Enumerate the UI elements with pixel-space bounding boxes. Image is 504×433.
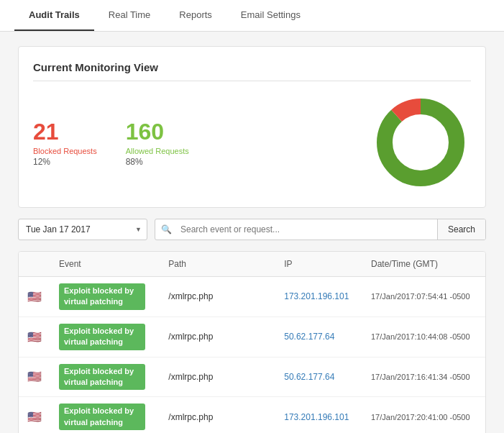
- nav-real-time[interactable]: Real Time: [94, 0, 165, 31]
- event-badge: Exploit blocked by virtual patching: [59, 404, 145, 430]
- svg-point-0: [385, 106, 457, 178]
- blocked-pct: 12%: [33, 157, 97, 167]
- blocked-count: 21: [33, 119, 97, 145]
- col-flag: [19, 252, 50, 277]
- event-cell: Exploit blocked by virtual patching: [50, 357, 160, 397]
- flag-cell: 🇺🇸: [19, 316, 50, 357]
- event-cell: Exploit blocked by virtual patching: [50, 397, 160, 433]
- country-flag: 🇺🇸: [27, 370, 42, 383]
- ip-cell: 173.201.196.101: [275, 397, 362, 433]
- blocked-stat: 21 Blocked Requests 12%: [33, 119, 97, 167]
- nav-reports[interactable]: Reports: [165, 0, 226, 31]
- path-cell: /xmlrpc.php: [160, 277, 275, 317]
- allowed-count: 160: [126, 119, 189, 145]
- path-cell: /xmlrpc.php: [160, 357, 275, 397]
- filter-row: Tue Jan 17 2017 🔍 Search: [18, 219, 486, 240]
- search-button[interactable]: Search: [437, 219, 485, 240]
- event-cell: Exploit blocked by virtual patching: [50, 316, 160, 357]
- date-cell: 17/Jan/2017:16:41:34 -0500: [362, 357, 485, 397]
- table-body: 🇺🇸 Exploit blocked by virtual patching /…: [19, 277, 485, 434]
- col-ip: IP: [275, 252, 362, 277]
- search-wrapper: 🔍 Search: [155, 219, 486, 240]
- date-cell: 17/Jan/2017:20:41:00 -0500: [362, 397, 485, 433]
- table-row: 🇺🇸 Exploit blocked by virtual patching /…: [19, 277, 485, 317]
- date-select-wrapper: Tue Jan 17 2017: [18, 219, 147, 240]
- flag-cell: 🇺🇸: [19, 397, 50, 433]
- nav-email-settings[interactable]: Email Settings: [226, 0, 315, 31]
- allowed-label: Allowed Requests: [126, 147, 189, 155]
- col-event: Event: [50, 252, 160, 277]
- table-row: 🇺🇸 Exploit blocked by virtual patching /…: [19, 316, 485, 357]
- search-input[interactable]: [178, 219, 437, 240]
- main-content: Current Monitoring View 21 Blocked Reque…: [0, 32, 504, 433]
- flag-cell: 🇺🇸: [19, 357, 50, 397]
- monitoring-card: Current Monitoring View 21 Blocked Reque…: [18, 46, 486, 208]
- date-select[interactable]: Tue Jan 17 2017: [18, 219, 147, 240]
- event-badge: Exploit blocked by virtual patching: [59, 324, 145, 350]
- monitoring-title: Current Monitoring View: [33, 61, 471, 81]
- nav-audit-trails[interactable]: Audit Trails: [14, 0, 94, 31]
- ip-cell: 173.201.196.101: [275, 277, 362, 317]
- path-cell: /xmlrpc.php: [160, 397, 275, 433]
- ip-cell: 50.62.177.64: [275, 316, 362, 357]
- stats-donut-row: 21 Blocked Requests 12% 160 Allowed Requ…: [33, 92, 471, 193]
- event-badge: Exploit blocked by virtual patching: [59, 364, 145, 391]
- event-cell: Exploit blocked by virtual patching: [50, 277, 160, 317]
- col-path: Path: [160, 252, 275, 277]
- table-header-row: Event Path IP Date/Time (GMT): [19, 252, 485, 277]
- country-flag: 🇺🇸: [27, 331, 42, 343]
- path-cell: /xmlrpc.php: [160, 316, 275, 357]
- donut-blocked-label: 11.8%: [410, 129, 429, 137]
- date-cell: 17/Jan/2017:10:44:08 -0500: [362, 316, 485, 357]
- flag-cell: 🇺🇸: [19, 277, 50, 317]
- date-cell: 17/Jan/2017:07:54:41 -0500: [362, 277, 485, 317]
- donut-allowed-label: 88.2%: [400, 151, 419, 158]
- stats-section: 21 Blocked Requests 12% 160 Allowed Requ…: [33, 119, 189, 167]
- events-table-wrapper: Event Path IP Date/Time (GMT) 🇺🇸 Exploit…: [18, 251, 486, 433]
- allowed-stat: 160 Allowed Requests 88%: [126, 119, 189, 167]
- col-date: Date/Time (GMT): [362, 252, 485, 277]
- events-table: Event Path IP Date/Time (GMT) 🇺🇸 Exploit…: [19, 252, 485, 433]
- ip-cell: 50.62.177.64: [275, 357, 362, 397]
- country-flag: 🇺🇸: [27, 291, 42, 303]
- search-icon: 🔍: [155, 219, 178, 240]
- table-row: 🇺🇸 Exploit blocked by virtual patching /…: [19, 397, 485, 433]
- blocked-label: Blocked Requests: [33, 147, 97, 155]
- table-row: 🇺🇸 Exploit blocked by virtual patching /…: [19, 357, 485, 397]
- country-flag: 🇺🇸: [27, 411, 42, 423]
- event-badge: Exploit blocked by virtual patching: [59, 283, 145, 310]
- top-nav: Audit Trails Real Time Reports Email Set…: [0, 0, 504, 32]
- donut-chart: 11.8% 88.2%: [370, 92, 471, 193]
- allowed-pct: 88%: [126, 157, 189, 167]
